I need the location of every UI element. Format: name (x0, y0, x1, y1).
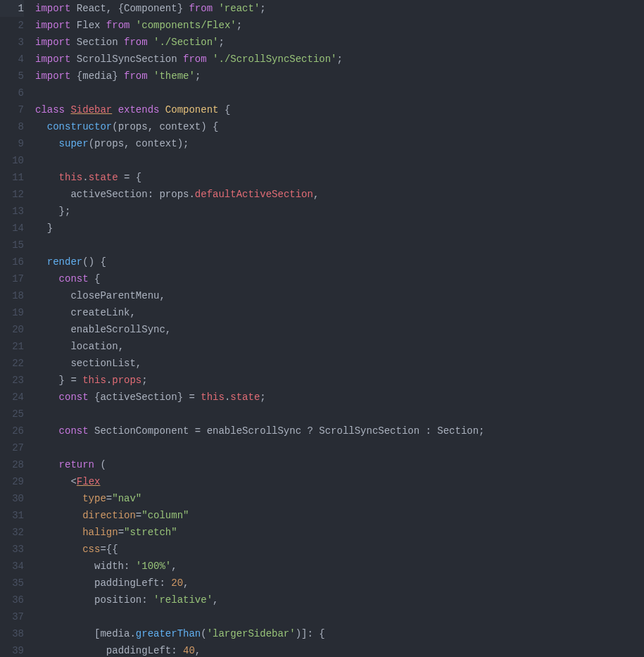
code-line[interactable] (35, 85, 644, 101)
code-line[interactable]: import {media} from 'theme'; (35, 68, 644, 85)
line-number: 22 (0, 355, 24, 372)
code-line[interactable] (35, 439, 644, 456)
code-line[interactable]: enableScrollSync, (35, 321, 644, 338)
line-number: 35 (0, 575, 24, 592)
line-number: 10 (0, 152, 24, 169)
line-number: 7 (0, 101, 24, 118)
line-number: 37 (0, 608, 24, 625)
code-line[interactable]: <Flex (35, 473, 644, 490)
code-line[interactable]: class Sidebar extends Component { (35, 101, 644, 118)
line-number: 26 (0, 423, 24, 439)
line-number: 5 (0, 68, 24, 85)
line-number: 2 (0, 17, 24, 34)
line-number: 24 (0, 389, 24, 406)
line-number: 34 (0, 558, 24, 575)
code-line[interactable]: position: 'relative', (35, 592, 644, 608)
code-line[interactable]: closeParentMenu, (35, 287, 644, 304)
line-number: 8 (0, 118, 24, 135)
code-line[interactable] (35, 237, 644, 254)
line-number: 6 (0, 85, 24, 101)
code-line[interactable]: }; (35, 203, 644, 220)
line-number: 21 (0, 338, 24, 355)
code-line[interactable]: import Section from './Section'; (35, 34, 644, 51)
line-number: 29 (0, 473, 24, 490)
line-number: 19 (0, 304, 24, 321)
code-line[interactable]: activeSection: props.defaultActiveSectio… (35, 186, 644, 203)
code-line[interactable]: constructor(props, context) { (35, 118, 644, 135)
code-line[interactable] (35, 608, 644, 625)
code-line[interactable]: import Flex from 'components/Flex'; (35, 17, 644, 34)
line-number-gutter: 1234567891011121314151617181920212223242… (0, 0, 31, 657)
code-line[interactable]: const { (35, 270, 644, 287)
line-number: 25 (0, 406, 24, 423)
code-line[interactable] (35, 152, 644, 169)
line-number: 20 (0, 321, 24, 338)
code-line[interactable]: super(props, context); (35, 135, 644, 152)
code-line[interactable]: sectionList, (35, 355, 644, 372)
line-number: 33 (0, 541, 24, 558)
code-line[interactable] (35, 406, 644, 423)
line-number: 36 (0, 592, 24, 608)
code-line[interactable]: const {activeSection} = this.state; (35, 389, 644, 406)
line-number: 4 (0, 51, 24, 68)
line-number: 11 (0, 169, 24, 186)
code-line[interactable]: } (35, 220, 644, 237)
code-line[interactable]: return ( (35, 456, 644, 473)
line-number: 28 (0, 456, 24, 473)
code-line[interactable]: paddingLeft: 40, (35, 642, 644, 657)
code-line[interactable]: this.state = { (35, 169, 644, 186)
code-line[interactable]: width: '100%', (35, 558, 644, 575)
code-line[interactable]: [media.greaterThan('largerSidebar')]: { (35, 625, 644, 642)
code-line[interactable]: paddingLeft: 20, (35, 575, 644, 592)
code-line[interactable]: import ScrollSyncSection from './ScrollS… (35, 51, 644, 68)
line-number: 39 (0, 642, 24, 657)
code-area[interactable]: import React, {Component} from 'react';i… (31, 0, 644, 657)
code-editor[interactable]: 1234567891011121314151617181920212223242… (0, 0, 644, 657)
line-number: 12 (0, 186, 24, 203)
code-line[interactable]: type="nav" (35, 490, 644, 507)
line-number: 3 (0, 34, 24, 51)
line-number: 30 (0, 490, 24, 507)
line-number: 23 (0, 372, 24, 389)
line-number: 18 (0, 287, 24, 304)
line-number: 27 (0, 439, 24, 456)
line-number: 16 (0, 254, 24, 270)
line-number: 38 (0, 625, 24, 642)
line-number: 17 (0, 270, 24, 287)
line-number: 15 (0, 237, 24, 254)
code-line[interactable]: import React, {Component} from 'react'; (35, 0, 644, 17)
code-line[interactable]: css={{ (35, 541, 644, 558)
line-number: 9 (0, 135, 24, 152)
code-line[interactable]: render() { (35, 254, 644, 270)
line-number: 13 (0, 203, 24, 220)
line-number: 32 (0, 524, 24, 541)
line-number: 14 (0, 220, 24, 237)
line-number: 31 (0, 507, 24, 524)
code-line[interactable]: location, (35, 338, 644, 355)
code-line[interactable]: createLink, (35, 304, 644, 321)
code-line[interactable]: const SectionComponent = enableScrollSyn… (35, 423, 644, 439)
code-line[interactable]: direction="column" (35, 507, 644, 524)
code-line[interactable]: } = this.props; (35, 372, 644, 389)
line-number: 1 (0, 0, 24, 17)
code-line[interactable]: halign="stretch" (35, 524, 644, 541)
